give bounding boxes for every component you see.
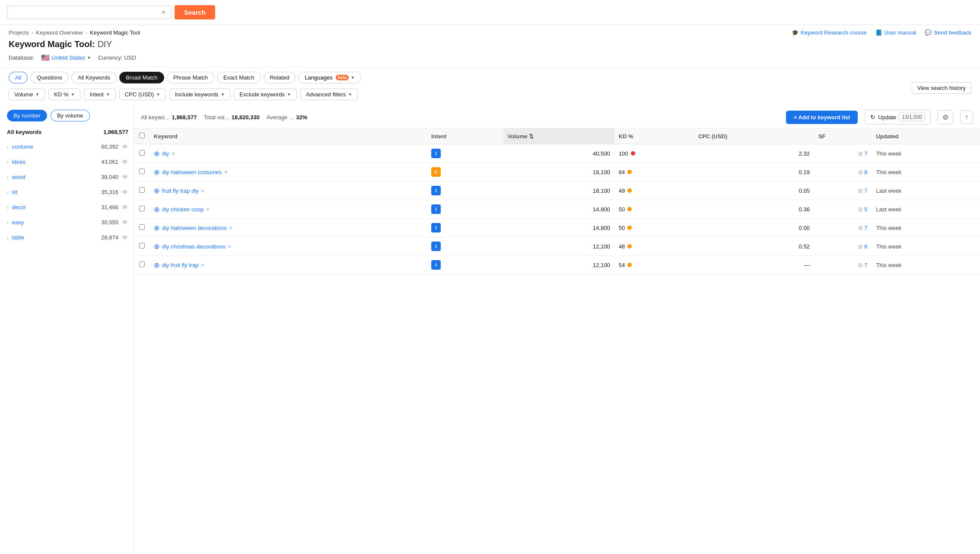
sidebar-item[interactable]: › table 28,874 👁 [0,230,134,245]
row-checkbox[interactable] [139,206,145,211]
sidebar-item[interactable]: › decor 31,466 👁 [0,200,134,215]
th-updated[interactable]: Updated [872,128,980,144]
eye-icon[interactable]: 👁 [122,204,128,211]
add-keyword-icon[interactable]: ⊕ [154,261,159,269]
eye-icon[interactable]: 👁 [122,143,128,150]
view-history-button[interactable]: View search history [912,82,971,94]
updated-cell: Last week [872,200,980,219]
search-button[interactable]: Search [175,5,215,19]
sf-screenshot-icon[interactable]: ⊞ [858,169,863,175]
expand-keyword-icon[interactable]: » [201,262,204,268]
course-link[interactable]: 🎓 Keyword Research course [792,29,866,36]
keyword-link[interactable]: diy christmas decorations [162,243,226,250]
tab-all[interactable]: All [9,72,28,83]
sidebar-item[interactable]: › kit 35,316 👁 [0,185,134,200]
sf-screenshot-icon[interactable]: ⊞ [858,243,863,250]
sf-value[interactable]: 7 [864,262,867,268]
row-checkbox[interactable] [139,150,145,156]
add-keyword-icon[interactable]: ⊕ [154,168,159,176]
kd-filter[interactable]: KD % ▼ [48,89,80,100]
row-checkbox[interactable] [139,261,145,267]
th-keyword[interactable]: Keyword [150,128,427,144]
include-keywords-filter[interactable]: Include keywords ▼ [169,89,230,100]
sidebar-item[interactable]: › wood 38,040 👁 [0,169,134,185]
settings-button[interactable]: ⚙ [938,110,953,124]
keyword-link[interactable]: fruit fly trap diy [162,188,199,194]
row-checkbox[interactable] [139,243,145,248]
advanced-filters-button[interactable]: Advanced filters ▼ [300,89,358,100]
sf-screenshot-icon[interactable]: ⊞ [858,262,863,268]
tab-phrase-match[interactable]: Phrase Match [167,72,214,83]
sidebar-item[interactable]: › costume 60,392 👁 [0,139,134,154]
tab-questions[interactable]: Questions [30,72,69,83]
sf-value[interactable]: 8 [864,169,867,175]
add-keyword-icon[interactable]: ⊕ [154,224,159,232]
sort-by-volume-button[interactable]: By volume [51,110,90,121]
keyword-link[interactable]: diy chicken coop [162,206,204,213]
sf-screenshot-icon[interactable]: ⊞ [858,150,863,157]
th-sf[interactable]: SF [814,128,872,144]
expand-keyword-icon[interactable]: » [229,225,232,231]
feedback-link[interactable]: 💬 Send feedback [925,29,971,36]
sf-value[interactable]: 7 [864,150,867,157]
sf-value[interactable]: 7 [864,225,867,231]
sidebar-item[interactable]: › easy 30,555 👁 [0,215,134,230]
keyword-link[interactable]: diy halloween costumes [162,169,222,175]
sf-screenshot-icon[interactable]: ⊞ [858,225,863,231]
eye-icon[interactable]: 👁 [122,219,128,226]
add-keyword-icon[interactable]: ⊕ [154,150,159,158]
sort-by-number-button[interactable]: By number [7,110,47,121]
th-cpc[interactable]: CPC (USD) [694,128,814,144]
eye-icon[interactable]: 👁 [122,158,128,166]
eye-icon[interactable]: 👁 [122,234,128,241]
expand-keyword-icon[interactable]: » [201,188,204,194]
expand-keyword-icon[interactable]: » [206,206,209,212]
expand-keyword-icon[interactable]: » [224,169,227,175]
languages-button[interactable]: Languages beta ▼ [298,72,361,83]
eye-icon[interactable]: 👁 [122,173,128,181]
manual-link[interactable]: 📘 User manual [875,29,916,36]
sf-value[interactable]: 5 [864,206,867,213]
intent-filter[interactable]: Intent ▼ [84,89,115,100]
breadcrumb-keyword-overview[interactable]: Keyword Overview [36,29,83,36]
clear-button[interactable]: × [161,9,166,16]
tab-all-keywords[interactable]: All Keywords [71,72,117,83]
th-volume[interactable]: Volume ⇅ [503,128,614,144]
th-intent[interactable]: Intent [427,128,503,144]
exclude-keywords-filter[interactable]: Exclude keywords ▼ [234,89,297,100]
row-checkbox[interactable] [139,169,145,174]
expand-keyword-icon[interactable]: » [228,243,231,249]
add-keyword-icon[interactable]: ⊕ [154,205,159,213]
tab-related[interactable]: Related [264,72,296,83]
cpc-filter[interactable]: CPC (USD) ▼ [119,89,166,100]
sf-value[interactable]: 7 [864,188,867,194]
add-keyword-icon[interactable]: ⊕ [154,187,159,195]
row-checkbox[interactable] [139,187,145,193]
add-to-keyword-list-button[interactable]: + Add to keyword list [786,111,858,124]
keyword-link[interactable]: diy fruit fly trap [162,262,199,268]
intent-filter-label: Intent [89,91,104,98]
tab-broad-match[interactable]: Broad Match [119,72,164,83]
row-checkbox[interactable] [139,224,145,230]
sidebar-item-label: decor [12,204,26,210]
sidebar-item[interactable]: › ideas 43,061 👁 [0,154,134,169]
stat-all-keywords: All keywо… 1,968,577 [141,114,197,121]
volume-filter[interactable]: Volume ▼ [9,89,45,100]
update-button[interactable]: ↻ Update 13/1,000 [865,110,931,124]
keyword-link[interactable]: diy halloween decorations [162,225,227,231]
eye-icon[interactable]: 👁 [122,188,128,196]
keyword-link[interactable]: diy [162,150,169,157]
search-input[interactable]: DIY [12,9,157,16]
expand-keyword-icon[interactable]: » [172,150,175,156]
sf-value[interactable]: 6 [864,243,867,250]
th-kd[interactable]: KD % [614,128,694,144]
export-button[interactable]: ↑ [960,110,973,124]
add-keyword-icon[interactable]: ⊕ [154,242,159,251]
database-selector[interactable]: 🇺🇸 United States ▼ [41,54,91,62]
tab-exact-match[interactable]: Exact Match [217,72,261,83]
table-row: ⊕ diy halloween costumes » C 18,100 64 [134,163,980,181]
sf-screenshot-icon[interactable]: ⊞ [858,206,863,213]
select-all-checkbox[interactable] [139,133,145,138]
sf-screenshot-icon[interactable]: ⊞ [858,188,863,194]
breadcrumb-projects[interactable]: Projects [9,29,29,36]
